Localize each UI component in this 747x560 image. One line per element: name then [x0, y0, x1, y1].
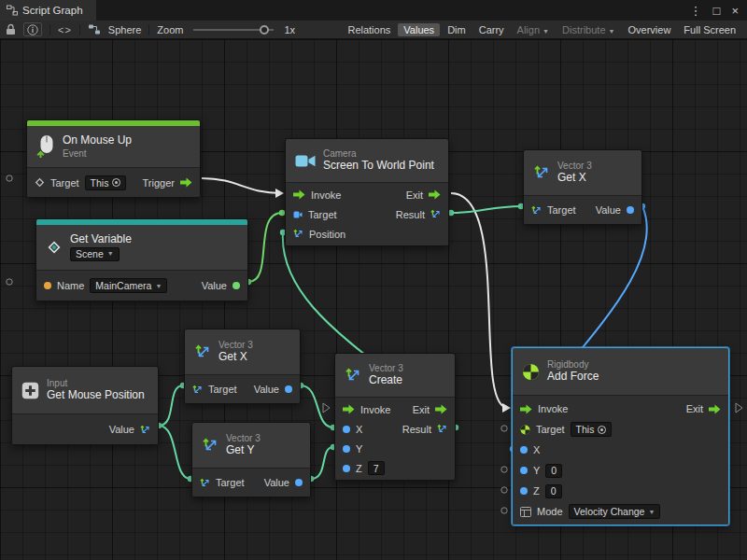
zoom-slider-handle[interactable] [260, 25, 269, 35]
vector3-port-icon[interactable] [531, 205, 542, 216]
overview-button[interactable]: Overview [623, 23, 677, 36]
node-ports: Invoke Exit Target Result Position [286, 182, 448, 245]
distribute-dropdown[interactable]: Distribute ▼ [557, 23, 620, 36]
node-header: Get Variable Scene▼ [36, 225, 247, 270]
vector3-port-icon[interactable] [200, 478, 210, 488]
node-vector3-create[interactable]: Vector 3Create Invoke Exit X Result [334, 353, 456, 481]
node-on-mouse-up[interactable]: On Mouse UpEvent Target This Trigger [26, 119, 201, 198]
flow-arrow-icon[interactable] [435, 404, 447, 414]
node-get-variable[interactable]: Get Variable Scene▼ Name MainCamera▼ Val… [35, 218, 248, 301]
float-port-icon[interactable] [520, 446, 528, 454]
relations-button[interactable]: Relations [342, 23, 396, 36]
node-title: Get Y [226, 444, 261, 457]
target-this-chip[interactable]: This [571, 422, 613, 437]
flow-arrow-icon[interactable] [709, 404, 721, 414]
y-value-field[interactable]: 0 [545, 464, 562, 478]
port-y-label: Y [533, 465, 540, 476]
node-title: On Mouse Up [63, 134, 132, 147]
carry-button[interactable]: Carry [473, 23, 510, 36]
lock-icon[interactable] [6, 23, 16, 35]
port-value-label: Value [254, 384, 279, 395]
object-port-icon[interactable] [233, 282, 240, 289]
float-port-icon[interactable] [627, 206, 634, 214]
flow-arrow-icon[interactable] [343, 404, 355, 414]
vector3-port-icon[interactable] [437, 424, 447, 434]
vector3-port-icon[interactable] [430, 209, 441, 219]
float-port-icon[interactable] [285, 385, 292, 393]
tab-title: Script Graph [22, 5, 83, 16]
flow-arrow-icon[interactable] [520, 404, 532, 414]
node-screen-to-world-point[interactable]: CameraScreen To World Point Invoke Exit … [285, 138, 449, 246]
zoom-slider[interactable] [193, 29, 274, 31]
rigidbody-type-port-icon[interactable] [520, 425, 530, 435]
full-screen-button[interactable]: Full Screen [678, 23, 741, 36]
node-category: Vector 3 [557, 161, 592, 172]
chevron-down-icon: ▼ [155, 283, 162, 289]
object-picker-icon[interactable] [598, 426, 606, 434]
node-add-force[interactable]: RigidbodyAdd Force Invoke Exit Target Th… [512, 347, 729, 525]
camera-type-port-icon[interactable] [293, 210, 303, 219]
flow-arrow-icon[interactable] [180, 177, 192, 188]
node-ports: Name MainCamera▼ Value [36, 270, 247, 301]
node-title: Get Mouse Position [47, 389, 145, 402]
target-this-chip[interactable]: This [85, 175, 127, 190]
node-get-mouse-position[interactable]: InputGet Mouse Position Value [11, 366, 159, 445]
node-get-x-world[interactable]: Vector 3Get X Target Value [523, 149, 642, 225]
port-z-label: Z [356, 463, 362, 474]
gameobject-icon [35, 177, 45, 188]
chevron-down-icon: ▼ [107, 250, 114, 258]
node-ports: Target This Trigger [27, 167, 200, 197]
node-ports: Invoke Exit Target This X Y 0 [513, 395, 728, 525]
dim-button[interactable]: Dim [442, 23, 472, 36]
info-button[interactable] [23, 22, 42, 36]
flow-arrow-icon[interactable] [293, 189, 305, 200]
vector3-port-icon[interactable] [140, 425, 150, 435]
node-get-y-mouse[interactable]: Vector 3Get Y Target Value [191, 422, 311, 497]
force-mode-dropdown[interactable]: Velocity Change▼ [569, 504, 661, 519]
float-port-icon[interactable] [295, 479, 303, 486]
node-header: Vector 3Get X [524, 150, 641, 195]
graph-canvas[interactable]: On Mouse UpEvent Target This Trigger Get [0, 39, 747, 560]
values-button[interactable]: Values [398, 23, 440, 36]
tab-script-graph[interactable]: Script Graph [0, 0, 96, 21]
variable-name-dropdown[interactable]: MainCamera▼ [90, 278, 167, 293]
float-port-icon[interactable] [520, 487, 528, 495]
close-icon[interactable]: × [731, 4, 739, 18]
vector3-port-icon[interactable] [293, 229, 303, 239]
graph-name-label[interactable]: Sphere [108, 24, 141, 35]
node-ports: Target Value [192, 468, 310, 497]
float-port-icon[interactable] [343, 426, 350, 433]
node-title: Get Variable [70, 233, 132, 246]
z-value-field[interactable]: 0 [545, 484, 562, 498]
port-value-label: Value [109, 424, 134, 435]
port-value-label: Value [596, 204, 621, 216]
align-dropdown[interactable]: Align ▼ [512, 23, 555, 36]
node-header: CameraScreen To World Point [286, 139, 448, 182]
vector3-port-icon[interactable] [192, 385, 203, 395]
port-value-label: Value [264, 477, 289, 488]
z-value-field[interactable]: 7 [368, 461, 385, 475]
float-port-icon[interactable] [343, 465, 350, 472]
variable-scope-dropdown[interactable]: Scene▼ [70, 247, 120, 261]
port-target-label: Target [536, 424, 565, 435]
object-picker-icon[interactable] [112, 178, 120, 187]
flow-arrow-icon[interactable] [429, 189, 441, 200]
float-port-icon[interactable] [520, 467, 528, 474]
camera-icon [295, 154, 316, 168]
code-view-icon[interactable]: <> [58, 24, 72, 35]
port-result-label: Result [402, 424, 431, 435]
zoom-label: Zoom [157, 24, 183, 35]
mode-enum-port-icon[interactable] [520, 507, 531, 517]
port-invoke-label: Invoke [360, 404, 390, 415]
maximize-icon[interactable]: □ [713, 4, 721, 18]
string-port-icon[interactable] [44, 282, 51, 289]
float-port-icon[interactable] [343, 445, 350, 453]
node-category: Vector 3 [369, 363, 403, 374]
toolbar-separator [148, 24, 149, 35]
vector3-icon [194, 343, 211, 360]
chevron-down-icon: ▼ [609, 28, 615, 35]
menu-icon[interactable]: ⋮ [690, 4, 702, 18]
node-title: Create [369, 374, 403, 387]
node-get-x-mouse[interactable]: Vector 3Get X Target Value [184, 329, 301, 404]
window-buttons: ⋮ □ × [690, 0, 747, 21]
